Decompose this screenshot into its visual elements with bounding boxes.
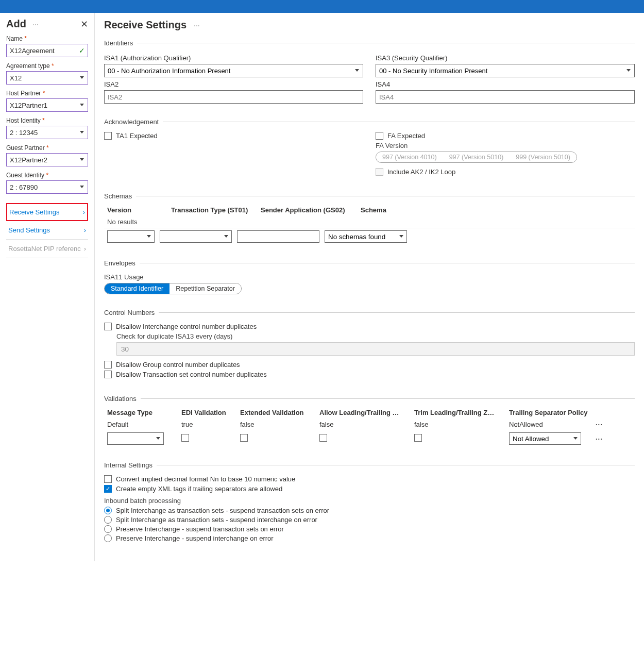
send-settings-link[interactable]: Send Settings ›: [6, 221, 88, 240]
rosettanet-label: RosettaNet PIP referenc: [8, 245, 81, 253]
fa-version-label: FA Version: [376, 142, 635, 149]
more-icon[interactable]: ···: [192, 21, 202, 29]
internal-settings-section: Internal Settings Convert implied decima…: [104, 461, 635, 551]
guest-identity-select[interactable]: 2 : 67890: [6, 180, 88, 194]
col-schema: Schema: [361, 206, 443, 214]
batch-opt4-label: Preserve Interchange - suspend interchan…: [116, 534, 274, 542]
identifiers-section: Identifiers ISA1 (Authorization Qualifie…: [104, 39, 635, 111]
isa4-label: ISA4: [376, 80, 635, 88]
isa11-label: ISA11 Usage: [104, 273, 635, 281]
row-trail: NotAllowed: [509, 421, 581, 428]
disallow-group-checkbox[interactable]: [104, 361, 112, 368]
col-trim: Trim Leading/Trailing Zeroes: [414, 409, 497, 416]
include-ak2-checkbox: [376, 168, 383, 176]
row-trim: false: [414, 421, 497, 428]
identifiers-legend: Identifiers: [104, 39, 137, 47]
name-input[interactable]: [6, 44, 88, 57]
schema-schema-select[interactable]: No schemas found: [325, 230, 407, 243]
isa11-standard[interactable]: Standard Identifier: [105, 283, 170, 294]
check-icon: ✓: [79, 46, 85, 55]
create-empty-label: Create empty XML tags if trailing separa…: [116, 485, 282, 493]
more-icon[interactable]: ···: [30, 20, 41, 28]
disallow-txn-label: Disallow Transaction set control number …: [116, 371, 267, 378]
ta1-checkbox[interactable]: [104, 132, 112, 140]
host-identity-label: Host Identity *: [6, 117, 88, 124]
schemas-legend: Schemas: [104, 192, 136, 200]
add-panel: Add ··· ✕ Name * ✓ Agreement type * X12 …: [0, 13, 95, 561]
col-sender: Sender Application (GS02): [261, 206, 348, 214]
col-ext: Extended Validation: [240, 409, 307, 416]
validations-section: Validations Message Type EDI Validation …: [104, 395, 635, 454]
create-empty-checkbox[interactable]: ✓: [104, 485, 112, 493]
receive-settings-link[interactable]: Receive Settings ›: [6, 203, 88, 221]
val-ext-checkbox[interactable]: [240, 434, 248, 442]
fa-version-5010-997: 997 (Version 5010): [443, 152, 510, 162]
fa-label: FA Expected: [387, 132, 425, 140]
agreement-type-select[interactable]: X12: [6, 71, 88, 85]
check-dup-label: Check for duplicate ISA13 every (days): [116, 332, 635, 340]
schema-sender-input[interactable]: [237, 230, 319, 243]
include-ak2-label: Include AK2 / IK2 Loop: [387, 168, 455, 176]
close-icon[interactable]: ✕: [80, 19, 88, 30]
disallow-interchange-checkbox[interactable]: [104, 323, 112, 330]
batch-opt3-radio[interactable]: [104, 525, 112, 533]
guest-partner-label: Guest Partner *: [6, 144, 88, 152]
batch-opt2-label: Split Interchange as transaction sets - …: [116, 516, 317, 524]
batch-opt1-label: Split Interchange as transaction sets - …: [116, 507, 329, 514]
isa4-input[interactable]: [376, 90, 635, 104]
isa3-select[interactable]: 00 - No Security Information Present: [376, 64, 635, 77]
val-lead-checkbox[interactable]: [319, 434, 327, 442]
send-settings-label: Send Settings: [8, 226, 50, 234]
isa2-input[interactable]: [104, 90, 363, 104]
val-trim-checkbox[interactable]: [414, 434, 422, 442]
schema-version-select[interactable]: [107, 230, 155, 243]
panel-title: Add: [6, 18, 26, 30]
host-partner-select[interactable]: X12Partner1: [6, 98, 88, 112]
schema-txn-select[interactable]: [160, 230, 232, 243]
guest-partner-select[interactable]: X12Partner2: [6, 153, 88, 166]
val-trail-select[interactable]: Not Allowed: [509, 432, 581, 445]
convert-decimal-checkbox[interactable]: [104, 475, 112, 483]
receive-settings-label: Receive Settings: [9, 208, 60, 216]
val-msg-select[interactable]: [107, 432, 164, 445]
batch-opt1-radio[interactable]: [104, 507, 112, 514]
fa-version-5010-999: 999 (Version 5010): [510, 152, 577, 162]
check-dup-input: [116, 342, 635, 356]
rosettanet-link[interactable]: RosettaNet PIP referenc ›: [6, 240, 88, 258]
fa-version-4010-997: 997 (Version 4010): [376, 152, 443, 162]
col-version: Version: [107, 206, 159, 214]
batch-opt3-label: Preserve Interchange - suspend transacto…: [116, 525, 284, 533]
receive-settings-panel: Receive Settings ··· Identifiers ISA1 (A…: [95, 13, 644, 561]
host-partner-label: Host Partner *: [6, 90, 88, 97]
convert-decimal-label: Convert implied decimal format Nn to bas…: [116, 475, 295, 483]
chevron-right-icon: ›: [83, 208, 85, 216]
acknowledgement-section: Acknowledgement TA1 Expected FA Expected…: [104, 118, 635, 185]
isa11-toggle[interactable]: Standard Identifier Repetition Separator: [104, 283, 242, 294]
isa1-select[interactable]: 00 - No Authorization Information Presen…: [104, 64, 363, 77]
isa2-label: ISA2: [104, 80, 363, 88]
disallow-interchange-label: Disallow Interchange control number dupl…: [116, 323, 257, 330]
disallow-group-label: Disallow Group control number duplicates: [116, 361, 240, 368]
fa-version-toggle: 997 (Version 4010) 997 (Version 5010) 99…: [376, 152, 577, 163]
col-edi: EDI Validation: [181, 409, 228, 416]
row-edi: true: [181, 421, 228, 428]
batch-opt2-radio[interactable]: [104, 516, 112, 524]
envelopes-legend: Envelopes: [104, 259, 140, 267]
main-title: Receive Settings: [104, 19, 187, 31]
row-actions-icon[interactable]: ···: [594, 435, 605, 443]
row-actions-icon[interactable]: ···: [594, 421, 605, 428]
fa-checkbox[interactable]: [376, 132, 383, 140]
host-identity-select[interactable]: 2 : 12345: [6, 126, 88, 139]
batch-opt4-radio[interactable]: [104, 534, 112, 542]
validations-legend: Validations: [104, 395, 141, 403]
row-ext: false: [240, 421, 307, 428]
row-lead: false: [319, 421, 402, 428]
val-edi-checkbox[interactable]: [181, 434, 189, 442]
control-legend: Control Numbers: [104, 309, 159, 316]
isa3-label: ISA3 (Security Qualifier): [376, 54, 635, 62]
batch-label: Inbound batch processing: [104, 497, 635, 505]
isa11-repetition[interactable]: Repetition Separator: [170, 283, 241, 294]
col-trail: Trailing Separator Policy: [509, 409, 591, 416]
disallow-txn-checkbox[interactable]: [104, 371, 112, 378]
guest-identity-label: Guest Identity *: [6, 172, 88, 179]
